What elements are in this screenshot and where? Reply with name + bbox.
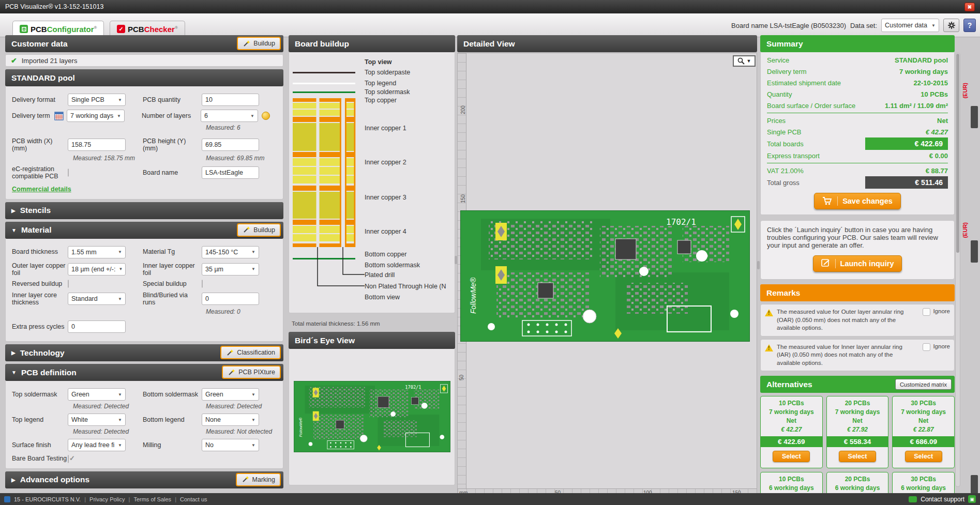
outer-foil-select[interactable]: 18 µm (end +/-:▼ <box>68 263 126 276</box>
pcb-width-input[interactable]: 158.75 <box>68 139 126 151</box>
buildup-label: Non Plated Through Hole (N <box>365 283 446 290</box>
board-name-label: Board name LSA-tstEagle (B0503230) <box>731 22 846 29</box>
bottom-legend-select[interactable]: None▼ <box>202 414 259 426</box>
dataset-select[interactable]: Customer data▼ <box>881 19 939 32</box>
pcb-quantity-input[interactable]: 10 <box>202 94 259 106</box>
rail-tab[interactable] <box>971 240 978 263</box>
panel-resize-handle[interactable] <box>455 256 457 264</box>
terms-of-sales-link[interactable]: Terms of Sales <box>133 496 171 502</box>
zoom-tool-button[interactable]: ▼ <box>733 55 756 67</box>
top-soldermask-select[interactable]: Green▼ <box>68 388 126 401</box>
ignore-checkbox[interactable] <box>923 308 930 316</box>
ruler-tick-label: 150 <box>460 194 466 203</box>
save-changes-button[interactable]: Save changes <box>814 193 901 209</box>
coin-icon <box>262 112 270 120</box>
alternatives-header: Alternatives Customized matrix <box>760 376 955 393</box>
ignore-checkbox[interactable] <box>923 343 930 351</box>
chevron-down-icon: ▼ <box>118 250 122 254</box>
summary-table: ServiceSTANDARD pool Delivery term7 work… <box>760 52 955 215</box>
help-button[interactable]: ? <box>963 19 976 32</box>
pcb-board-image[interactable]: 1702/1 FollowMe® <box>460 210 750 342</box>
board-thickness-select[interactable]: 1.55 mm▼ <box>68 246 126 258</box>
select-button[interactable]: Select <box>905 451 942 462</box>
bottom-soldermask-label: Bottom soldermask <box>143 391 202 398</box>
inner-core-select[interactable]: Standard▼ <box>68 293 126 305</box>
buildup-label: Plated drill <box>365 271 395 279</box>
bottom-soldermask-select[interactable]: Green▼ <box>202 388 259 401</box>
special-buildup-label: Special buildup <box>143 280 202 287</box>
reversed-buildup-checkbox[interactable] <box>68 280 69 288</box>
close-icon[interactable]: ✖ <box>964 3 975 11</box>
pencil-icon <box>821 259 831 268</box>
marking-button[interactable]: Marking <box>236 473 281 486</box>
milling-select[interactable]: No▼ <box>202 439 259 451</box>
right-rail: (EUR) (EUR) <box>962 35 980 493</box>
titlebar: PCB Visualizer® v1.3-152-151013 ✖ <box>0 0 980 13</box>
delivery-format-label: Delivery format <box>12 96 68 103</box>
delivery-term-select[interactable]: 7 working days▼ <box>67 110 125 122</box>
detailed-view-canvas[interactable]: 200 150 100 50 mm 50 100 150 ▼ <box>457 53 757 498</box>
board-name-input[interactable]: LSA-tstEagle <box>202 166 259 179</box>
birdseye-board-image[interactable] <box>294 381 450 452</box>
summary-panel: Summary ServiceSTANDARD pool Delivery te… <box>760 35 961 493</box>
material-section-header[interactable]: Material Buildup <box>5 222 283 239</box>
pcb-height-input[interactable]: 69.85 <box>202 139 259 151</box>
select-button[interactable]: Select <box>839 451 876 462</box>
calendar-icon[interactable] <box>54 111 64 120</box>
chevron-down-icon: ▼ <box>118 418 122 422</box>
rail-eur-label: (EUR) <box>962 83 968 99</box>
warning-icon <box>765 344 773 351</box>
chevron-down-icon: ▼ <box>747 58 751 64</box>
panel-resize-handle[interactable] <box>757 261 760 269</box>
select-button[interactable]: Select <box>773 451 810 462</box>
material-buildup-button[interactable]: Buildup <box>237 223 281 237</box>
commercial-details-link[interactable]: Commercial details <box>12 186 71 193</box>
chevron-down-icon: ▼ <box>251 418 255 422</box>
special-buildup-checkbox[interactable] <box>202 280 203 288</box>
contact-support-link[interactable]: Contact support <box>921 496 964 503</box>
blind-buried-label: Blind/Buried via runs <box>143 292 202 307</box>
configurator-icon <box>20 25 28 33</box>
board-buildup-diagram: Top view Top solderpaste Top legend Top … <box>289 52 455 313</box>
summary-scrollbar[interactable] <box>955 53 960 487</box>
wand-icon <box>226 349 234 357</box>
delivery-format-select[interactable]: Single PCB▼ <box>68 94 126 106</box>
inquiry-text: Click the ´Launch inquiry´ button in cas… <box>767 226 948 249</box>
bare-board-testing-checkbox[interactable] <box>68 455 69 463</box>
classification-button[interactable]: Classification <box>220 346 281 359</box>
number-of-layers-select[interactable]: 6▼ <box>201 110 258 122</box>
support-corner-icon[interactable]: ▣ <box>968 495 976 503</box>
tab-pcb-checker[interactable]: ✓ PCBChecker® <box>110 21 185 37</box>
top-legend-measured: Measured: Detected <box>73 428 145 435</box>
pcb-pixture-button[interactable]: PCB PIXture <box>222 365 281 379</box>
customized-matrix-button[interactable]: Customized matrix <box>895 379 952 390</box>
buildup-label: Top solderpaste <box>365 69 410 76</box>
top-legend-label: Top legend <box>12 416 68 423</box>
blind-buried-input[interactable]: 0 <box>202 293 259 305</box>
remarks-header: Remarks <box>760 284 955 301</box>
rail-tab[interactable] <box>971 475 978 494</box>
total-boards-badge: € 422.69 <box>865 137 948 150</box>
surface-finish-select[interactable]: Any lead free fi▼ <box>68 439 126 451</box>
launch-inquiry-button[interactable]: Launch inquiry <box>813 255 902 272</box>
contact-us-link[interactable]: Contact us <box>180 496 207 502</box>
advanced-options-section-header[interactable]: Advanced options Marking <box>5 471 283 488</box>
rail-tab[interactable] <box>971 106 978 128</box>
stencils-section-header[interactable]: Stencils <box>5 202 283 219</box>
bottom-legend-measured: Measured: Not detected <box>206 428 272 435</box>
bottom-legend-label: Bottom legend <box>143 416 202 423</box>
buildup-button[interactable]: Buildup <box>237 37 281 50</box>
ec-registration-checkbox[interactable] <box>68 169 69 177</box>
material-tg-select[interactable]: 145-150 °C▼ <box>202 246 259 258</box>
buildup-label: Top copper <box>365 97 397 104</box>
top-legend-select[interactable]: White▼ <box>68 414 126 426</box>
inner-foil-select[interactable]: 35 µm▼ <box>202 263 259 276</box>
settings-button[interactable] <box>943 19 959 32</box>
privacy-policy-link[interactable]: Privacy Policy <box>89 496 125 502</box>
technology-section-header[interactable]: Technology Classification <box>5 344 283 361</box>
tab-pcb-configurator[interactable]: PCBConfigurator® <box>12 21 104 37</box>
pcb-definition-section-header[interactable]: PCB definition PCB PIXture <box>5 364 283 381</box>
ignore-label: Ignore <box>933 343 950 349</box>
cart-icon <box>822 196 833 206</box>
extra-press-input[interactable]: 0 <box>68 320 126 333</box>
